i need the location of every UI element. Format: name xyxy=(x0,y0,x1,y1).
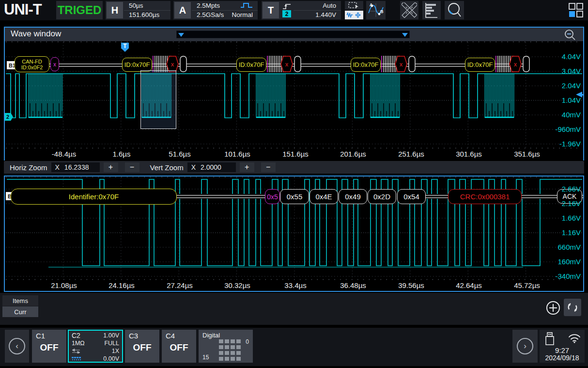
zoom-byte-bubble: 0x2D xyxy=(368,189,396,204)
vert-zoom-label: Vert Zoom xyxy=(150,163,184,172)
volt-label: 3.04V xyxy=(562,67,581,75)
time-label: 42.64µs xyxy=(456,281,482,289)
decode-list-toolbar: Items Curr xyxy=(0,293,588,325)
channel4-card[interactable]: C4 OFF xyxy=(162,330,196,363)
zoom-factor-bar: Horiz Zoom X 16.2338 + − Vert Zoom X 2.0… xyxy=(4,161,584,174)
zoom-time-axis: 21.08µs 24.16µs 27.24µs 30.32µs 33.4µs 3… xyxy=(5,280,583,291)
time-label: 251.6µs xyxy=(398,150,424,158)
volt-label: 1.04V xyxy=(562,96,581,104)
channel2-bandwidth: FULL xyxy=(104,340,119,347)
horizontal-position: 151.600µs xyxy=(124,11,170,20)
histogram-icon xyxy=(424,2,439,18)
scroll-left-card[interactable]: ‹ xyxy=(5,330,29,363)
channel2-offset: 0.00V xyxy=(103,355,119,362)
wave-window-selector[interactable] xyxy=(176,31,410,38)
horiz-zoom-plus-button[interactable]: + xyxy=(104,162,118,172)
digital-high-index: 0 xyxy=(246,338,249,345)
wave-move-button[interactable] xyxy=(345,11,363,19)
chevron-right-icon[interactable]: › xyxy=(517,338,533,354)
selector-left-arrow-icon[interactable] xyxy=(178,33,184,37)
curr-button[interactable]: Curr xyxy=(2,306,38,317)
decode-error-bubble: x xyxy=(50,57,59,71)
trigger-level: 1.440V xyxy=(294,11,341,20)
volt-label: -960mV xyxy=(555,126,581,133)
main-waveform-plot: xxxx xyxy=(5,41,583,149)
selector-right-arrow-icon[interactable] xyxy=(402,33,408,37)
volt-label: 1.66V xyxy=(562,214,581,222)
time-label: 36.48µs xyxy=(340,281,366,289)
digital-label: Digital xyxy=(202,332,220,339)
volt-label: 2.66V xyxy=(562,185,581,193)
volt-label: -340mV xyxy=(555,272,581,280)
zoom-out-icon[interactable] xyxy=(564,29,576,41)
time-label: 51.6µs xyxy=(169,150,190,158)
channel1-state: OFF xyxy=(32,342,66,353)
trigger-settings-button[interactable]: T 2 Auto 1.440V xyxy=(262,1,341,19)
select-zone-button[interactable] xyxy=(345,1,363,10)
channel2-name: C2 xyxy=(72,332,80,339)
layout-grid-button[interactable] xyxy=(567,1,585,19)
main-time-axis: -48.4µs 1.6µs 51.6µs 101.6µs 151.6µs 201… xyxy=(5,149,583,160)
zoom-plot-area[interactable]: B1 CAN-FD Identifier:0x70F 0x5 0x55 0x4E… xyxy=(5,176,583,280)
digital-card[interactable]: Digital 0 15 xyxy=(199,330,253,363)
add-window-button[interactable] xyxy=(545,300,561,316)
system-status-card[interactable]: 9:27 2024/09/18 xyxy=(540,330,585,363)
channel2-card[interactable]: C2 1.00V 1MΩ FULL 1X xyxy=(68,330,123,363)
offset-marker-icon xyxy=(72,357,81,361)
time-label: 351.6µs xyxy=(514,150,540,158)
scroll-right-card[interactable]: › xyxy=(512,330,538,363)
time-label: 30.32µs xyxy=(224,281,250,289)
refresh-icon xyxy=(564,299,581,316)
decode-id-bubble: ID:0x70F xyxy=(465,58,495,72)
zoom-byte-bubble: 0x55 xyxy=(280,189,309,204)
wave-window-titlebar: Wave window xyxy=(5,28,583,41)
chevron-left-icon[interactable]: ‹ xyxy=(9,338,25,354)
main-plot-area[interactable]: xxxx T B1 CAN-FD ID:0x0F2 x ID:0x70F ID:… xyxy=(5,41,583,149)
zoom-byte-bubble: 0x4E xyxy=(309,189,338,204)
time-label: 201.6µs xyxy=(340,150,366,158)
trigger-status-badge: TRIGED xyxy=(56,1,103,19)
vert-zoom-prefix: X xyxy=(191,163,196,171)
ab-math-button[interactable]: A B xyxy=(366,1,386,19)
items-button[interactable]: Items xyxy=(2,295,38,306)
wave-window-panel: Wave window xxxx T B1 CAN-FD ID:0x0F2 x … xyxy=(4,27,584,160)
usb-device-icon xyxy=(544,332,555,347)
acquire-mode: Normal xyxy=(232,11,253,18)
time-label: 39.56µs xyxy=(398,281,424,289)
time-label: 27.24µs xyxy=(167,281,193,289)
trigger-sweep-mode: Auto xyxy=(294,1,341,11)
decode-id-bubble: ID:0x70F xyxy=(351,58,381,72)
svg-text:x: x xyxy=(514,61,517,68)
top-toolbar: UNI-T TRIGED H 50µs 151.600µs A 2.5Mpts … xyxy=(0,0,588,20)
zoom-window-panel: B1 CAN-FD Identifier:0x70F 0x5 0x55 0x4E… xyxy=(4,176,584,292)
channel3-card[interactable]: C3 OFF xyxy=(125,330,159,363)
measure-button[interactable] xyxy=(400,1,418,19)
acquire-settings-button[interactable]: A 2.5Mpts 2.5GSa/s Normal xyxy=(173,1,258,19)
search-button[interactable] xyxy=(445,1,464,19)
trigger-edge-icon xyxy=(282,3,292,10)
time-label: 101.6µs xyxy=(224,150,250,158)
zoom-selection-box[interactable] xyxy=(140,70,176,129)
time-label: 45.72µs xyxy=(514,281,540,289)
oscilloscope-screen: UNI-T TRIGED H 50µs 151.600µs A 2.5Mpts … xyxy=(0,0,588,368)
horiz-zoom-minus-button[interactable]: − xyxy=(125,162,139,172)
refresh-button[interactable] xyxy=(564,299,581,316)
horiz-zoom-label: Horiz Zoom xyxy=(10,163,47,172)
horiz-zoom-value: 16.2338 xyxy=(64,163,89,171)
horiz-zoom-input[interactable]: X 16.2338 xyxy=(51,162,100,172)
horizontal-settings-button[interactable]: H 50µs 151.600µs xyxy=(106,1,170,19)
vert-zoom-minus-button[interactable]: − xyxy=(261,162,276,172)
decode-id-bubble: ID:0x70F xyxy=(122,58,152,72)
svg-text:B: B xyxy=(380,9,384,14)
histogram-button[interactable] xyxy=(422,1,441,19)
time-label: 33.4µs xyxy=(284,281,306,289)
vert-zoom-plus-button[interactable]: + xyxy=(240,162,254,172)
horiz-zoom-prefix: X xyxy=(55,163,60,171)
search-icon xyxy=(447,2,462,18)
wave-move-icon xyxy=(346,12,362,18)
vert-zoom-input[interactable]: X 2.0000 xyxy=(187,162,236,172)
volt-label: 2.16V xyxy=(562,200,581,208)
selection-rect-icon xyxy=(348,2,360,9)
brand-logo: UNI-T xyxy=(4,1,42,18)
channel1-card[interactable]: C1 OFF xyxy=(32,330,66,363)
